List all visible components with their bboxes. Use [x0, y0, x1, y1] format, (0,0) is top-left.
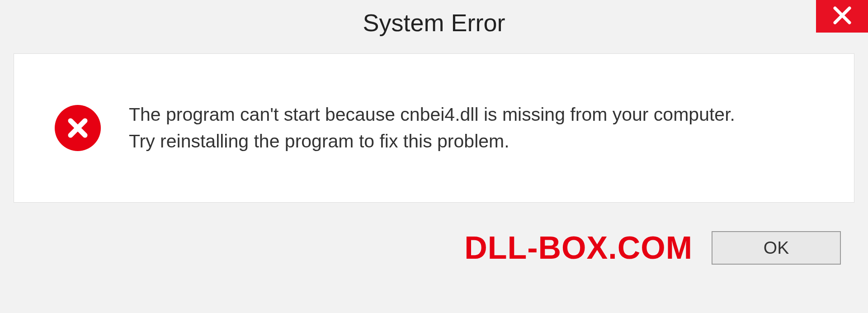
ok-button[interactable]: OK — [712, 231, 841, 265]
ok-button-label: OK — [764, 238, 789, 258]
dialog-footer: DLL-BOX.COM OK — [14, 203, 854, 293]
error-message-line2: Try reinstalling the program to fix this… — [129, 128, 735, 155]
error-icon — [55, 105, 101, 151]
watermark-text: DLL-BOX.COM — [464, 230, 693, 266]
dialog-title: System Error — [363, 9, 505, 37]
close-button[interactable] — [816, 0, 868, 33]
close-icon — [832, 5, 852, 27]
dialog-content: The program can't start because cnbei4.d… — [14, 53, 854, 203]
dialog-titlebar: System Error — [0, 0, 868, 45]
error-message-line1: The program can't start because cnbei4.d… — [129, 101, 735, 128]
error-message: The program can't start because cnbei4.d… — [129, 101, 735, 155]
